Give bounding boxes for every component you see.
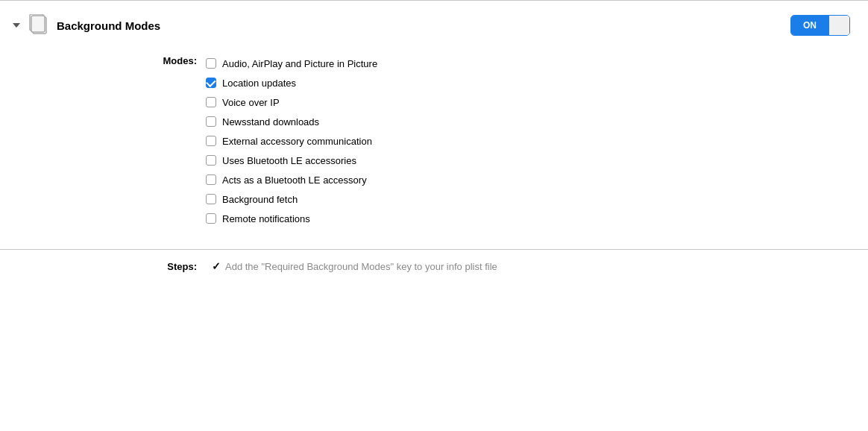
mode-label-newsstand: Newsstand downloads bbox=[222, 116, 319, 128]
mode-label-location: Location updates bbox=[222, 78, 296, 89]
checkbox-location[interactable] bbox=[206, 78, 216, 88]
checkbox-ble-acts[interactable] bbox=[206, 174, 216, 185]
mode-item-fetch: Background fetch bbox=[206, 189, 377, 209]
section-header-left: Background Modes bbox=[12, 13, 160, 37]
mode-label-remote: Remote notifications bbox=[222, 213, 310, 224]
steps-section: Steps: ✓ Add the "Required Background Mo… bbox=[0, 250, 868, 283]
mode-item-remote: Remote notifications bbox=[206, 209, 377, 228]
mode-item-external: External accessory communication bbox=[206, 131, 377, 151]
checkbox-fetch[interactable] bbox=[206, 194, 216, 204]
mode-item-voip: Voice over IP bbox=[206, 92, 377, 112]
checkbox-newsstand[interactable] bbox=[206, 116, 216, 127]
section-title: Background Modes bbox=[57, 19, 160, 32]
mode-label-ble-uses: Uses Bluetooth LE accessories bbox=[222, 155, 356, 166]
svg-marker-0 bbox=[13, 23, 20, 28]
mode-label-audio: Audio, AirPlay and Picture in Picture bbox=[222, 58, 377, 69]
modes-row: Modes: Audio, AirPlay and Picture in Pic… bbox=[0, 54, 868, 228]
mode-label-voip: Voice over IP bbox=[222, 97, 280, 108]
checkbox-voip[interactable] bbox=[206, 97, 216, 107]
steps-label: Steps: bbox=[12, 261, 206, 272]
mode-label-ble-acts: Acts as a Bluetooth LE accessory bbox=[222, 174, 367, 186]
modes-list: Audio, AirPlay and Picture in Picture Lo… bbox=[206, 54, 377, 228]
modes-section: Modes: Audio, AirPlay and Picture in Pic… bbox=[0, 51, 868, 243]
checkbox-remote[interactable] bbox=[206, 213, 216, 224]
main-container: Background Modes ON Modes: Audio, AirPla… bbox=[0, 0, 868, 431]
mode-item-ble-uses: Uses Bluetooth LE accessories bbox=[206, 151, 377, 170]
toggle-control[interactable]: ON bbox=[790, 15, 850, 36]
mode-item-ble-acts: Acts as a Bluetooth LE accessory bbox=[206, 170, 377, 189]
modes-label: Modes: bbox=[12, 54, 206, 66]
checkbox-ble-uses[interactable] bbox=[206, 155, 216, 166]
mode-item-location: Location updates bbox=[206, 73, 377, 92]
top-separator bbox=[0, 0, 868, 1]
svg-rect-3 bbox=[31, 16, 45, 32]
collapse-icon[interactable] bbox=[12, 21, 21, 30]
mode-label-fetch: Background fetch bbox=[222, 194, 298, 205]
mode-item-newsstand: Newsstand downloads bbox=[206, 112, 377, 131]
checkbox-external[interactable] bbox=[206, 136, 216, 146]
mode-item-audio: Audio, AirPlay and Picture in Picture bbox=[206, 54, 377, 73]
toggle-on-label[interactable]: ON bbox=[791, 16, 828, 35]
step-text: Add the "Required Background Modes" key … bbox=[225, 261, 497, 272]
toggle-off-area[interactable] bbox=[828, 16, 849, 35]
section-header: Background Modes ON bbox=[0, 0, 868, 51]
checkbox-audio[interactable] bbox=[206, 58, 216, 69]
mode-label-external: External accessory communication bbox=[222, 136, 372, 147]
section-icon bbox=[27, 13, 51, 37]
checkmark-icon: ✓ bbox=[212, 260, 221, 272]
steps-content: ✓ Add the "Required Background Modes" ke… bbox=[212, 260, 497, 272]
